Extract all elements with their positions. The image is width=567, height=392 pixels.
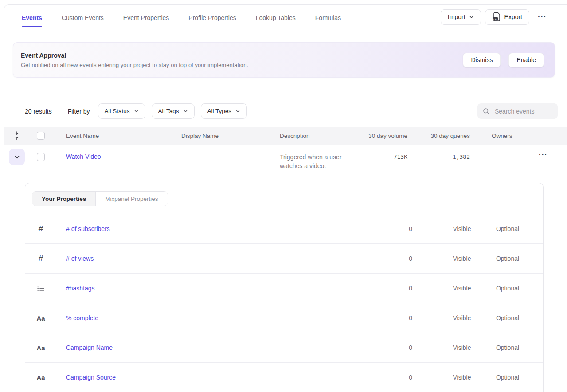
filter-bar: 20 results Filter by All Status All Tags… bbox=[25, 103, 558, 119]
property-count: 0 bbox=[359, 314, 412, 321]
property-name-link[interactable]: #hashtags bbox=[56, 285, 359, 292]
dismiss-button[interactable]: Dismiss bbox=[463, 53, 501, 67]
chevron-down-icon bbox=[14, 154, 20, 160]
status-filter-label: All Status bbox=[105, 108, 130, 114]
event-volume: 713K bbox=[354, 145, 407, 160]
property-requirement: Optional bbox=[483, 314, 532, 321]
select-all-checkbox[interactable] bbox=[37, 132, 45, 140]
properties-panel: Your Properties Mixpanel Properties # # … bbox=[25, 183, 544, 392]
banner-title: Event Approval bbox=[21, 52, 248, 59]
property-visibility: Visible bbox=[441, 374, 483, 381]
property-requirement: Optional bbox=[483, 255, 532, 262]
types-filter-label: All Types bbox=[207, 108, 232, 114]
status-filter-dropdown[interactable]: All Status bbox=[98, 103, 145, 119]
properties-tabs: Your Properties Mixpanel Properties bbox=[25, 183, 543, 214]
event-name-link[interactable]: Watch Video bbox=[48, 145, 181, 160]
banner-subtitle: Get notified on all new events entering … bbox=[21, 62, 248, 68]
col-owners: Owners bbox=[470, 133, 514, 139]
tab-mixpanel-properties[interactable]: Mixpanel Properties bbox=[96, 192, 167, 206]
filter-dropdowns: All Status All Tags All Types bbox=[98, 103, 247, 119]
list-type-icon bbox=[25, 284, 56, 292]
property-requirement: Optional bbox=[483, 374, 532, 381]
property-count: 0 bbox=[359, 255, 412, 262]
content-card: Events Custom Events Event Properties Pr… bbox=[4, 4, 567, 392]
search-icon bbox=[483, 108, 490, 115]
property-name-link[interactable]: Campaign Name bbox=[56, 344, 359, 351]
row-menu-icon[interactable]: ··· bbox=[539, 150, 547, 159]
banner-actions: Dismiss Enable bbox=[463, 53, 544, 67]
tab-lookup-tables[interactable]: Lookup Tables bbox=[256, 14, 296, 21]
property-count: 0 bbox=[359, 285, 412, 292]
number-type-icon: # bbox=[39, 254, 43, 263]
csv-file-icon: csv bbox=[492, 12, 501, 22]
more-options-icon[interactable]: ··· bbox=[533, 12, 551, 21]
events-table-header: Event Name Display Name Description 30 d… bbox=[4, 127, 567, 145]
number-type-icon: # bbox=[39, 224, 43, 234]
import-label: Import bbox=[448, 13, 465, 20]
tab-event-properties[interactable]: Event Properties bbox=[123, 14, 169, 21]
property-name-link[interactable]: # of views bbox=[56, 255, 359, 262]
property-name-link[interactable]: # of subscribers bbox=[56, 225, 359, 232]
divider bbox=[59, 105, 59, 118]
text-type-icon: Aa bbox=[36, 344, 45, 352]
property-name-link[interactable]: Campaign Source bbox=[56, 374, 359, 381]
col-description: Description bbox=[280, 133, 354, 139]
event-approval-banner: Event Approval Get notified on all new e… bbox=[13, 42, 555, 78]
tab-custom-events[interactable]: Custom Events bbox=[62, 14, 104, 21]
chevron-down-icon bbox=[134, 109, 139, 114]
chevron-down-icon bbox=[469, 15, 474, 20]
tab-your-properties[interactable]: Your Properties bbox=[32, 192, 96, 206]
chevron-down-icon bbox=[235, 109, 240, 114]
import-button[interactable]: Import bbox=[441, 9, 481, 25]
search-box bbox=[477, 103, 558, 119]
event-queries: 1,382 bbox=[407, 145, 470, 160]
property-row: # # of views 0 Visible Optional bbox=[25, 244, 543, 274]
text-type-icon: Aa bbox=[36, 374, 45, 381]
tags-filter-label: All Tags bbox=[158, 108, 179, 114]
property-row: Aa Campaign Name 0 Visible Optional bbox=[25, 333, 543, 363]
row-checkbox[interactable] bbox=[37, 153, 45, 161]
search-input[interactable] bbox=[495, 108, 552, 115]
nav-actions: Import csv Export ··· bbox=[441, 9, 551, 25]
svg-text:csv: csv bbox=[493, 18, 498, 20]
property-visibility: Visible bbox=[441, 344, 483, 351]
tab-profile-properties[interactable]: Profile Properties bbox=[188, 14, 236, 21]
collapse-row-button[interactable] bbox=[9, 149, 25, 165]
property-row: Aa Campaign Source 0 Visible Optional bbox=[25, 363, 543, 392]
property-row: #hashtags 0 Visible Optional bbox=[25, 274, 543, 303]
export-button[interactable]: csv Export bbox=[485, 9, 529, 25]
col-queries: 30 day queries bbox=[407, 133, 470, 139]
banner-text: Event Approval Get notified on all new e… bbox=[21, 52, 248, 68]
property-count: 0 bbox=[359, 225, 412, 232]
property-visibility: Visible bbox=[441, 285, 483, 292]
tab-formulas[interactable]: Formulas bbox=[315, 14, 341, 21]
chevron-down-icon bbox=[183, 109, 188, 114]
col-volume: 30 day volume bbox=[354, 133, 407, 139]
col-display-name: Display Name bbox=[181, 133, 280, 139]
top-nav: Events Custom Events Event Properties Pr… bbox=[4, 5, 567, 29]
filter-by-label: Filter by bbox=[68, 108, 90, 115]
property-requirement: Optional bbox=[483, 225, 532, 232]
property-count: 0 bbox=[359, 344, 412, 351]
text-type-icon: Aa bbox=[36, 314, 45, 322]
export-label: Export bbox=[504, 13, 522, 20]
property-row: # # of subscribers 0 Visible Optional bbox=[25, 214, 543, 244]
property-requirement: Optional bbox=[483, 344, 532, 351]
tab-events[interactable]: Events bbox=[22, 14, 42, 21]
table-row-watch-video: Watch Video Triggered when a user watche… bbox=[4, 145, 567, 176]
property-visibility: Visible bbox=[441, 314, 483, 321]
enable-button[interactable]: Enable bbox=[508, 53, 544, 67]
collapse-all-icon[interactable] bbox=[4, 131, 30, 141]
tags-filter-dropdown[interactable]: All Tags bbox=[152, 103, 195, 119]
property-visibility: Visible bbox=[441, 225, 483, 232]
event-description: Triggered when a user watches a video. bbox=[280, 145, 353, 170]
property-requirement: Optional bbox=[483, 285, 532, 292]
types-filter-dropdown[interactable]: All Types bbox=[201, 103, 247, 119]
nav-tabs: Events Custom Events Event Properties Pr… bbox=[22, 12, 341, 21]
property-name-link[interactable]: % complete bbox=[56, 314, 359, 321]
property-count: 0 bbox=[359, 374, 412, 381]
property-visibility: Visible bbox=[441, 255, 483, 262]
property-row: Aa % complete 0 Visible Optional bbox=[25, 303, 543, 333]
col-event-name: Event Name bbox=[48, 133, 181, 139]
results-count: 20 results bbox=[25, 108, 52, 115]
